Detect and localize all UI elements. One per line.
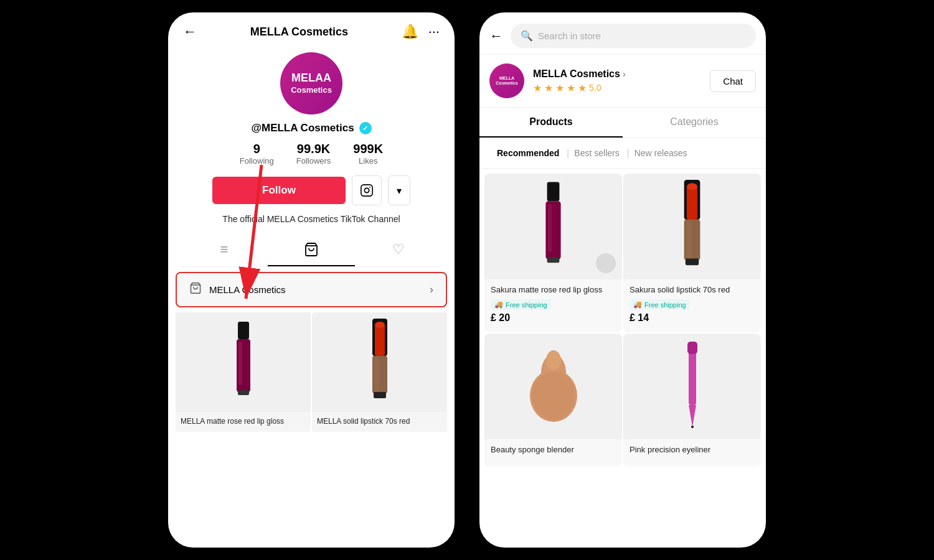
- chat-button[interactable]: Chat: [710, 70, 756, 92]
- svg-rect-21: [686, 221, 692, 258]
- svg-rect-17: [548, 204, 552, 252]
- product-name: MELLA solid lipstick 70s red: [317, 417, 442, 427]
- right-phone: ← 🔍 Search in store MELLACosmetics MELLA…: [479, 12, 766, 548]
- product-name: Beauty sponge blender: [491, 444, 616, 455]
- store-header: MELLACosmetics MELLA Cosmetics › ★ ★ ★ ★…: [479, 55, 766, 108]
- svg-rect-30: [687, 342, 697, 354]
- bio-text: The official MELLA Cosmetics TikTok Chan…: [222, 214, 400, 224]
- list-item[interactable]: Sakura solid lipstick 70s red 🚚 Free shi…: [623, 174, 761, 332]
- filter-recommended[interactable]: Recommended: [489, 144, 567, 162]
- product-image: [312, 312, 447, 412]
- svg-point-28: [546, 350, 561, 370]
- tab-likes[interactable]: ♡: [355, 234, 442, 266]
- truck-icon: 🚚: [633, 301, 642, 309]
- tab-videos[interactable]: ≡: [181, 234, 268, 266]
- instagram-button[interactable]: [352, 175, 382, 205]
- username: @MELLA Cosmetics: [251, 122, 354, 134]
- product-info: MELLA solid lipstick 70s red: [312, 412, 447, 432]
- left-phone: ← MELLA Cosmetics 🔔 ··· MELAA Cosmetics …: [168, 12, 455, 548]
- notification-icon[interactable]: 🔔: [402, 24, 418, 40]
- product-grid-left: MELLA matte rose red lip gloss: [176, 312, 447, 432]
- product-name: Sakura solid lipstick 70s red: [630, 284, 755, 296]
- svg-rect-15: [547, 182, 560, 202]
- tab-products[interactable]: Products: [479, 108, 623, 138]
- rating-number: 5.0: [589, 83, 601, 93]
- filter-tabs: Recommended Best sellers New releases: [479, 138, 766, 169]
- list-item[interactable]: MELLA solid lipstick 70s red: [312, 312, 447, 432]
- stars-row: ★ ★ ★ ★ ★ 5.0: [533, 82, 701, 94]
- store-banner-chevron: ›: [430, 283, 433, 296]
- right-tabs: Products Categories: [479, 108, 766, 138]
- product-name: Sakura matte rose red lip gloss: [491, 284, 616, 296]
- list-item[interactable]: Pink precision eyeliner: [623, 334, 761, 467]
- store-name-row: MELLA Cosmetics ›: [533, 68, 701, 80]
- back-button-right[interactable]: ←: [489, 28, 503, 44]
- product-image: [176, 312, 311, 412]
- back-button[interactable]: ←: [183, 24, 197, 40]
- left-header: ← MELLA Cosmetics 🔔 ···: [168, 12, 455, 46]
- store-title: MELLA Cosmetics: [533, 68, 620, 80]
- product-badge: [596, 253, 616, 273]
- more-icon[interactable]: ···: [428, 24, 440, 40]
- product-price: £ 14: [630, 312, 755, 324]
- store-info: MELLA Cosmetics › ★ ★ ★ ★ ★ 5.0: [533, 68, 701, 94]
- product-info: Sakura solid lipstick 70s red 🚚 Free shi…: [623, 279, 761, 326]
- profile-tabs: ≡ ♡: [181, 234, 442, 267]
- followers-stat: 99.9K Followers: [296, 142, 331, 166]
- list-item[interactable]: Sakura matte rose red lip gloss 🚚 Free s…: [484, 174, 622, 332]
- star-4: ★: [567, 82, 575, 94]
- store-chevron-icon: ›: [623, 69, 626, 79]
- store-shop-icon: [189, 282, 202, 297]
- more-options-button[interactable]: ▾: [388, 175, 410, 205]
- svg-rect-14: [374, 392, 386, 398]
- store-avatar: MELLACosmetics: [489, 63, 524, 98]
- store-banner[interactable]: MELLA Cosmetics ›: [176, 272, 447, 307]
- product-image: [623, 334, 761, 439]
- svg-point-23: [687, 183, 697, 190]
- svg-rect-8: [238, 390, 249, 395]
- filter-bestsellers[interactable]: Best sellers: [567, 144, 626, 162]
- product-info: Pink precision eyeliner: [623, 439, 761, 460]
- product-info: MELLA matte rose red lip gloss: [176, 412, 311, 432]
- svg-rect-12: [375, 325, 385, 356]
- page-title: MELLA Cosmetics: [250, 26, 348, 39]
- store-banner-left: MELLA Cosmetics: [189, 282, 286, 297]
- list-item[interactable]: Beauty sponge blender: [484, 334, 622, 467]
- svg-rect-24: [686, 258, 699, 265]
- stats-row: 9 Following 99.9K Followers 999K Likes: [240, 142, 383, 166]
- search-bar[interactable]: 🔍 Search in store: [511, 24, 756, 48]
- product-grid-right: Sakura matte rose red lip gloss 🚚 Free s…: [479, 169, 766, 467]
- header-icons: 🔔 ···: [402, 24, 440, 40]
- svg-rect-7: [238, 342, 242, 385]
- star-3: ★: [555, 82, 564, 94]
- truck-icon: 🚚: [494, 301, 503, 309]
- store-banner-name: MELLA Cosmetics: [209, 284, 286, 295]
- svg-rect-18: [547, 258, 560, 263]
- verified-badge: ✓: [359, 122, 372, 134]
- free-shipping-badge: 🚚 Free shipping: [630, 299, 690, 310]
- follow-button[interactable]: Follow: [212, 177, 346, 204]
- likes-stat: 999K Likes: [353, 142, 383, 166]
- product-image: [484, 174, 622, 279]
- svg-point-32: [691, 426, 694, 428]
- list-item[interactable]: MELLA matte rose red lip gloss: [176, 312, 311, 432]
- right-header: ← 🔍 Search in store: [479, 12, 766, 55]
- tab-categories[interactable]: Categories: [623, 108, 766, 138]
- username-row: @MELLA Cosmetics ✓: [251, 122, 371, 134]
- product-info: Sakura matte rose red lip gloss 🚚 Free s…: [484, 279, 622, 326]
- svg-point-27: [532, 372, 575, 419]
- svg-rect-22: [687, 187, 697, 220]
- filter-newreleases[interactable]: New releases: [627, 144, 695, 162]
- avatar: MELAA Cosmetics: [280, 52, 342, 114]
- product-price: £ 20: [491, 312, 616, 324]
- svg-marker-31: [689, 405, 696, 427]
- following-stat: 9 Following: [240, 142, 274, 166]
- svg-point-1: [364, 188, 369, 192]
- tab-shop[interactable]: [268, 234, 355, 266]
- product-image: [484, 334, 622, 439]
- star-2: ★: [544, 82, 553, 94]
- svg-rect-0: [361, 185, 372, 196]
- product-name: MELLA matte rose red lip gloss: [181, 417, 306, 427]
- free-shipping-badge: 🚚 Free shipping: [491, 299, 551, 310]
- star-1: ★: [533, 82, 542, 94]
